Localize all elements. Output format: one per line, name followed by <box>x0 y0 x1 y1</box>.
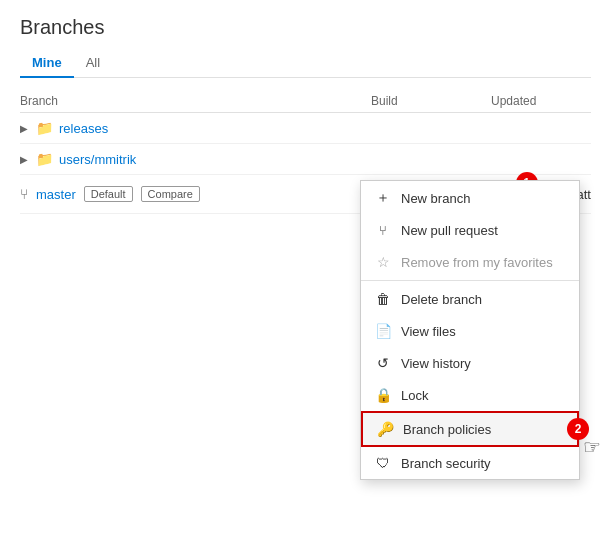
menu-item-branch-security[interactable]: 🛡 Branch security <box>361 447 579 479</box>
tab-bar: Mine All <box>20 49 591 78</box>
branch-fork-icon: ⑂ <box>20 186 28 202</box>
header-build: Build <box>371 94 491 108</box>
file-icon: 📄 <box>375 323 391 339</box>
badge-default[interactable]: Default <box>84 186 133 202</box>
menu-item-delete-branch[interactable]: 🗑 Delete branch <box>361 283 579 315</box>
trash-icon: 🗑 <box>375 291 391 307</box>
menu-item-view-history[interactable]: ↺ View history <box>361 347 579 379</box>
branch-name-releases[interactable]: releases <box>59 121 108 136</box>
folder-icon: 📁 <box>36 120 53 136</box>
menu-item-new-pull-request[interactable]: ⑂ New pull request <box>361 215 579 246</box>
menu-item-branch-policies[interactable]: 🔑 Branch policies 2 ☞ <box>361 411 579 447</box>
menu-item-lock[interactable]: 🔒 Lock <box>361 379 579 411</box>
lock-icon: 🔒 <box>375 387 391 403</box>
menu-item-view-files[interactable]: 📄 View files <box>361 315 579 347</box>
shield-icon: 🛡 <box>375 455 391 471</box>
expand-arrow[interactable]: ▶ <box>20 123 28 134</box>
expand-arrow-2[interactable]: ▶ <box>20 154 28 165</box>
tab-all[interactable]: All <box>74 49 112 78</box>
header-branch: Branch <box>20 94 371 108</box>
cursor-icon: ☞ <box>583 435 601 459</box>
pr-icon: ⑂ <box>375 223 391 238</box>
badge-compare[interactable]: Compare <box>141 186 200 202</box>
table-header: Branch Build Updated <box>20 90 591 113</box>
page-container: Branches Mine All Branch Build Updated ▶… <box>0 0 611 230</box>
menu-item-new-branch[interactable]: ＋ New branch <box>361 181 579 215</box>
page-title: Branches <box>20 16 591 39</box>
tab-mine[interactable]: Mine <box>20 49 74 78</box>
row-users-mmitrik: ▶ 📁 users/mmitrik <box>20 144 591 175</box>
menu-item-remove-favorites: ☆ Remove from my favorites <box>361 246 579 278</box>
history-icon: ↺ <box>375 355 391 371</box>
branch-name-users-mmitrik[interactable]: users/mmitrik <box>59 152 136 167</box>
policy-icon: 🔑 <box>377 421 393 437</box>
menu-divider-1 <box>361 280 579 281</box>
row-releases: ▶ 📁 releases <box>20 113 591 144</box>
context-menu: ＋ New branch ⑂ New pull request ☆ Remove… <box>360 180 580 480</box>
plus-icon: ＋ <box>375 189 391 207</box>
star-outline-icon: ☆ <box>375 254 391 270</box>
folder-icon-2: 📁 <box>36 151 53 167</box>
header-updated: Updated <box>491 94 591 108</box>
branch-name-master[interactable]: master <box>36 187 76 202</box>
